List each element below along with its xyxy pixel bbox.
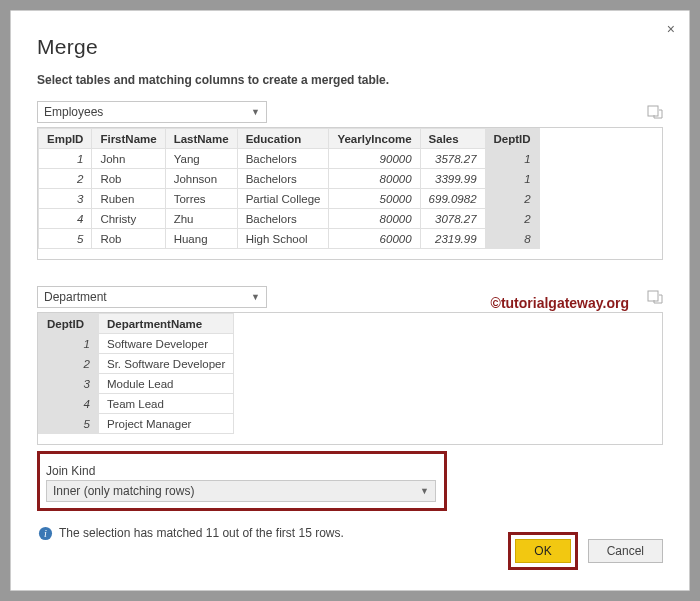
table-header-row: DeptID DepartmentName (39, 314, 234, 334)
table-row[interactable]: 2 Sr. Software Developer (39, 354, 234, 374)
primary-table-dropdown[interactable]: Employees ▼ (37, 101, 267, 123)
table-row[interactable]: 3 Module Lead (39, 374, 234, 394)
col-empid[interactable]: EmpID (39, 129, 92, 149)
dialog-subtitle: Select tables and matching columns to cr… (37, 73, 663, 87)
table-row[interactable]: 4 Team Lead (39, 394, 234, 414)
table-row[interactable]: 3 Ruben Torres Partial College 50000 699… (39, 189, 540, 209)
table-row[interactable]: 4 Christy Zhu Bachelors 80000 3078.27 2 (39, 209, 540, 229)
svg-text:i: i (44, 528, 47, 539)
watermark-text: ©tutorialgateway.org (491, 295, 629, 311)
col-firstname[interactable]: FirstName (92, 129, 165, 149)
primary-table-selected: Employees (44, 105, 103, 119)
table-row[interactable]: 1 Software Developer (39, 334, 234, 354)
table-row[interactable]: 5 Rob Huang High School 60000 2319.99 8 (39, 229, 540, 249)
join-kind-selected: Inner (only matching rows) (53, 484, 194, 498)
col-departmentname[interactable]: DepartmentName (99, 314, 234, 334)
expand-table-icon[interactable] (647, 104, 663, 120)
match-status-text: The selection has matched 11 out of the … (59, 526, 344, 540)
table-row[interactable]: 5 Project Manager (39, 414, 234, 434)
chevron-down-icon: ▼ (251, 292, 260, 302)
table-row[interactable]: 2 Rob Johnson Bachelors 80000 3399.99 1 (39, 169, 540, 189)
col-sales[interactable]: Sales (420, 129, 485, 149)
cancel-button[interactable]: Cancel (588, 539, 663, 563)
join-kind-label: Join Kind (46, 464, 438, 478)
table-header-row: EmpID FirstName LastName Education Yearl… (39, 129, 540, 149)
svg-rect-0 (648, 106, 658, 116)
join-kind-dropdown[interactable]: Inner (only matching rows) ▼ (46, 480, 436, 502)
secondary-table-dropdown[interactable]: Department ▼ (37, 286, 267, 308)
expand-table-icon[interactable] (647, 289, 663, 305)
table-row[interactable]: 1 John Yang Bachelors 90000 3578.27 1 (39, 149, 540, 169)
chevron-down-icon: ▼ (251, 107, 260, 117)
info-icon: i (37, 525, 53, 541)
primary-table[interactable]: EmpID FirstName LastName Education Yearl… (37, 127, 663, 260)
svg-rect-1 (648, 291, 658, 301)
merge-dialog: × Merge Select tables and matching colum… (10, 10, 690, 591)
secondary-table[interactable]: DeptID DepartmentName 1 Software Develop… (37, 312, 663, 445)
col-deptid[interactable]: DeptID (39, 314, 99, 334)
col-deptid[interactable]: DeptID (485, 129, 539, 149)
col-yearlyincome[interactable]: YearlyIncome (329, 129, 420, 149)
dialog-title: Merge (37, 35, 663, 59)
secondary-table-selected: Department (44, 290, 107, 304)
ok-button[interactable]: OK (515, 539, 570, 563)
chevron-down-icon: ▼ (420, 486, 429, 496)
ok-button-highlight: OK (508, 532, 577, 570)
col-education[interactable]: Education (237, 129, 329, 149)
col-lastname[interactable]: LastName (165, 129, 237, 149)
close-icon[interactable]: × (667, 21, 675, 37)
join-kind-highlight: Join Kind Inner (only matching rows) ▼ (37, 451, 447, 511)
